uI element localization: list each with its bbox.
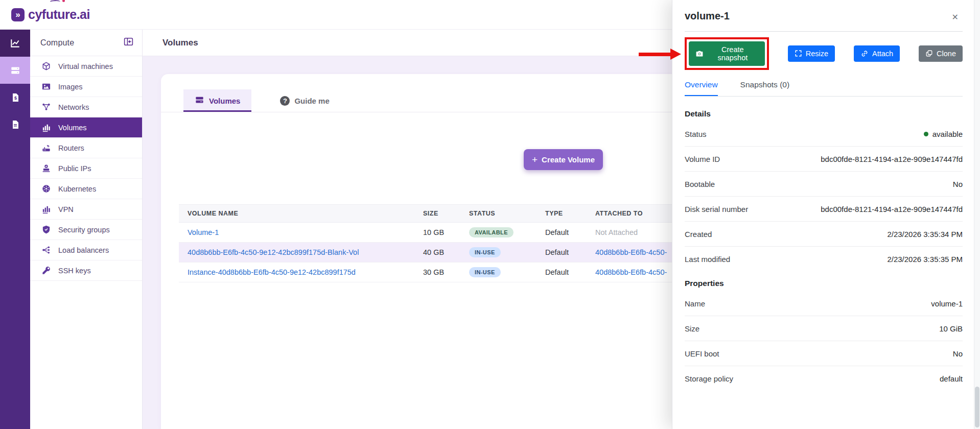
detail-row-bootable: BootableNo xyxy=(685,172,963,197)
sidebar-item-virtual-machines[interactable]: Virtual machines xyxy=(30,56,142,77)
sidebar-collapse-button[interactable] xyxy=(123,36,134,49)
sidebar-item-public-ips[interactable]: Public IPs xyxy=(30,158,142,179)
bar-chart-icon xyxy=(40,123,52,132)
annotation-arrow-shaft xyxy=(639,53,671,56)
property-row-storage-policy: Storage policydefault xyxy=(685,366,963,391)
sidebar-item-load-balancers[interactable]: Load balancers xyxy=(30,240,142,260)
volume-detail-panel: volume-1 ✕ Create snapshot xyxy=(672,0,980,429)
status-badge: AVAILABLE xyxy=(469,227,514,237)
volume-name-link[interactable]: Instance-40d8b6bb-E6fb-4c50-9e12-42bc899… xyxy=(188,268,356,276)
attached-to-cell: Not Attached xyxy=(595,228,638,236)
column-header-status: STATUS xyxy=(469,210,545,217)
sidebar-item-vpn[interactable]: VPN xyxy=(30,199,142,220)
detail-row-status: Status available xyxy=(685,122,963,147)
detail-row-created: Created2/23/2026 3:35:34 PM xyxy=(685,222,963,247)
question-circle-icon: ? xyxy=(280,96,290,106)
sidebar-item-label: Routers xyxy=(58,144,84,152)
sidebar-item-images[interactable]: Images xyxy=(30,77,142,97)
sidebar-item-label: Load balancers xyxy=(58,246,109,254)
panel-tab-snapshots[interactable]: Snapshots (0) xyxy=(740,80,790,96)
detail-row-volume-id: Volume IDbdc00fde-8121-4194-a12e-909e147… xyxy=(685,147,963,172)
column-header-volume-name: VOLUME NAME xyxy=(179,210,423,217)
create-snapshot-button[interactable]: Create snapshot xyxy=(689,41,765,66)
clone-button[interactable]: Clone xyxy=(919,45,963,62)
sidebar-item-security-groups[interactable]: Security groups xyxy=(30,220,142,240)
tab-volumes[interactable]: Volumes xyxy=(183,89,251,112)
resize-button[interactable]: Resize xyxy=(788,45,835,62)
size-cell: 40 GB xyxy=(423,248,469,256)
sidebar-item-networks[interactable]: Networks xyxy=(30,97,142,117)
sidebar-title: Compute xyxy=(40,38,74,47)
camera-icon xyxy=(695,50,704,58)
sidebar-item-label: Images xyxy=(58,83,83,91)
panel-scrollbar-thumb[interactable] xyxy=(975,387,979,427)
rail-item-analytics[interactable] xyxy=(0,30,30,57)
icon-rail: $ xyxy=(0,30,30,429)
tab-label: Guide me xyxy=(294,97,329,105)
attached-to-link[interactable]: 40d8b6bb-E6fb-4c50- xyxy=(595,268,667,276)
sidebar-item-ssh-keys[interactable]: SSH keys xyxy=(30,260,142,281)
property-row-name: Namevolume-1 xyxy=(685,291,963,316)
close-icon[interactable]: ✕ xyxy=(952,12,959,22)
cube-icon xyxy=(40,61,52,71)
panel-action-bar: Create snapshot Resize xyxy=(685,40,963,67)
volume-name-link[interactable]: 40d8b6bb-E6fb-4c50-9e12-42bc899f175d-Bla… xyxy=(188,248,359,256)
router-icon xyxy=(40,143,52,153)
size-cell: 10 GB xyxy=(423,228,469,236)
copy-icon xyxy=(925,50,933,57)
attached-to-link[interactable]: 40d8b6bb-E6fb-4c50- xyxy=(595,248,667,256)
billing-document-icon: $ xyxy=(10,92,20,103)
sidebar-item-label: SSH keys xyxy=(58,267,91,275)
sidebar-item-kubernetes[interactable]: Kubernetes xyxy=(30,179,142,199)
volume-name-link[interactable]: Volume-1 xyxy=(188,228,219,236)
kubernetes-wheel-icon xyxy=(40,184,52,194)
status-badge: IN-USE xyxy=(469,267,501,277)
tab-label: Volumes xyxy=(209,97,240,105)
detail-row-last-modified: Last modified2/23/2026 3:35:35 PM xyxy=(685,247,963,272)
type-cell: Default xyxy=(545,228,595,236)
detail-row-disk-serial: Disk serial numberbdc00fde-8121-4194-a12… xyxy=(685,197,963,222)
properties-rows: Namevolume-1 Size10 GiB UEFI bootNo Stor… xyxy=(685,291,963,391)
panel-title-row: volume-1 ✕ xyxy=(685,10,963,32)
image-icon xyxy=(40,82,52,91)
panel-scrollbar-track[interactable] xyxy=(974,0,980,429)
sidebar-item-label: VPN xyxy=(58,205,74,213)
attach-button[interactable]: Attach xyxy=(854,45,900,62)
logo-link[interactable]: » cyfuture.ai xyxy=(11,7,90,22)
annotation-arrow-head xyxy=(670,49,681,60)
sidebar-item-label: Virtual machines xyxy=(58,62,113,70)
panel-tab-overview[interactable]: Overview xyxy=(685,80,718,96)
size-cell: 30 GB xyxy=(423,268,469,276)
create-volume-button[interactable]: + Create Volume xyxy=(524,149,603,170)
property-row-size: Size10 GiB xyxy=(685,316,963,341)
bar-chart-icon xyxy=(40,204,52,214)
sidebar-item-routers[interactable]: Routers xyxy=(30,138,142,158)
sidebar-item-volumes[interactable]: Volumes xyxy=(30,117,142,138)
logo-swoosh-decoration xyxy=(50,0,61,4)
network-icon xyxy=(40,102,52,112)
tab-guide-me[interactable]: ? Guide me xyxy=(269,89,340,112)
sidebar-item-label: Security groups xyxy=(58,226,110,234)
status-dot-icon xyxy=(924,132,928,136)
plus-icon: + xyxy=(532,154,538,165)
logo-text: cyfuture.ai xyxy=(28,7,90,22)
rail-item-reports[interactable] xyxy=(0,111,30,138)
svg-text:$: $ xyxy=(14,96,17,101)
logo-mark-icon: » xyxy=(11,8,25,21)
details-heading: Details xyxy=(685,109,963,118)
sidebar-item-label: Kubernetes xyxy=(58,185,96,193)
annotation-highlight-box: Create snapshot xyxy=(685,37,769,70)
rail-item-compute[interactable] xyxy=(0,57,30,84)
sidebar-item-label: Public IPs xyxy=(58,164,91,173)
properties-heading: Properties xyxy=(685,279,963,288)
type-cell: Default xyxy=(545,268,595,276)
panel-tab-bar: Overview Snapshots (0) xyxy=(685,80,963,97)
status-badge: IN-USE xyxy=(469,247,501,257)
key-icon xyxy=(40,266,52,275)
link-icon xyxy=(860,50,869,58)
column-header-type: TYPE xyxy=(545,210,595,217)
sidebar-item-label: Networks xyxy=(58,103,89,111)
server-stack-icon xyxy=(195,95,204,106)
rail-item-billing[interactable]: $ xyxy=(0,84,30,111)
sidebar: Compute Virtual machines Images xyxy=(30,30,143,429)
